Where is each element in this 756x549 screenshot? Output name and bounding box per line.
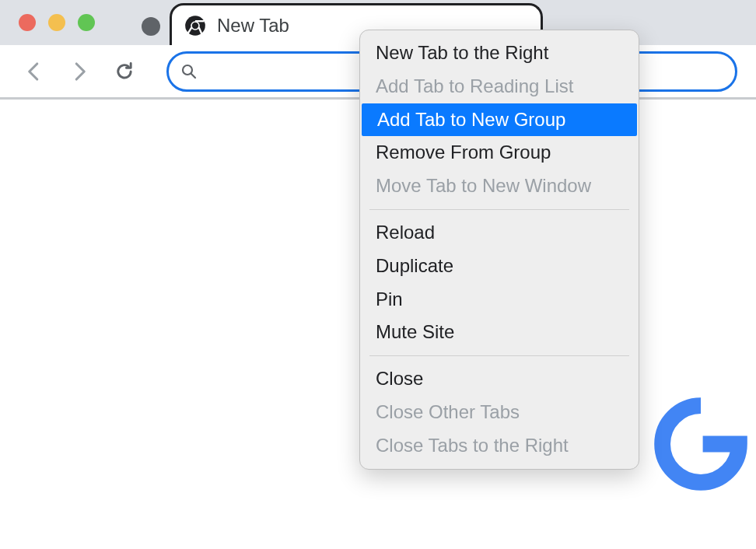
tab-title: New Tab: [217, 15, 289, 37]
menu-item[interactable]: New Tab to the Right: [360, 37, 639, 70]
window-close-button[interactable]: [19, 14, 36, 31]
tab-group-indicator[interactable]: [142, 17, 160, 36]
menu-item[interactable]: Add Tab to New Group: [362, 103, 637, 137]
menu-item: Move Tab to New Window: [360, 170, 639, 203]
back-button[interactable]: [19, 56, 50, 87]
reload-button[interactable]: [109, 56, 140, 87]
forward-button[interactable]: [64, 56, 95, 87]
search-icon: [180, 62, 198, 81]
menu-item[interactable]: Remove From Group: [360, 136, 639, 170]
menu-item[interactable]: Mute Site: [360, 316, 639, 349]
svg-point-3: [183, 65, 192, 75]
menu-item: Close Tabs to the Right: [360, 429, 639, 463]
menu-separator: [369, 355, 629, 356]
window-controls: [19, 14, 95, 31]
menu-item[interactable]: Close: [360, 362, 639, 396]
window-minimize-button[interactable]: [48, 14, 65, 31]
google-logo-icon: [650, 393, 751, 495]
menu-item[interactable]: Reload: [360, 216, 639, 250]
menu-separator: [369, 209, 629, 210]
menu-item[interactable]: Pin: [360, 283, 639, 316]
menu-item: Add Tab to Reading List: [360, 70, 639, 103]
menu-item[interactable]: Duplicate: [360, 250, 639, 283]
tab-context-menu: New Tab to the RightAdd Tab to Reading L…: [359, 30, 639, 470]
window-maximize-button[interactable]: [78, 14, 95, 31]
chrome-icon: [184, 15, 206, 37]
menu-item: Close Other Tabs: [360, 396, 639, 429]
svg-point-2: [192, 22, 198, 28]
